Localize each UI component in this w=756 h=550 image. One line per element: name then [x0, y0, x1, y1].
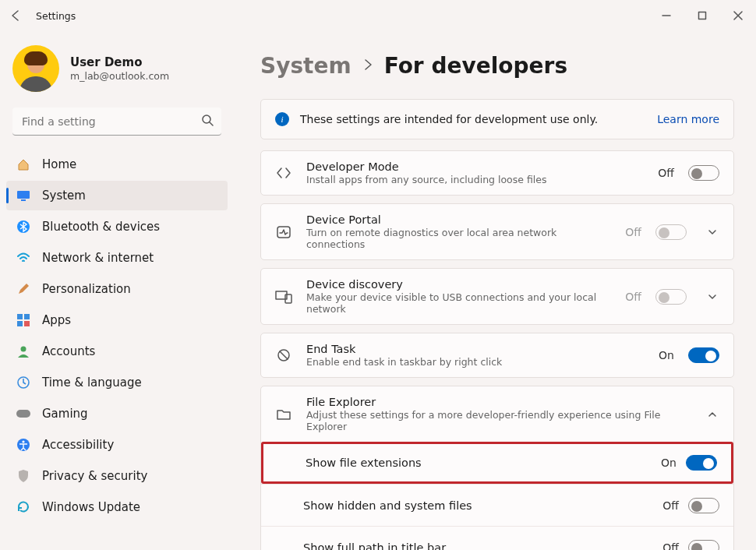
svg-rect-11	[16, 410, 30, 418]
heartbeat-icon	[275, 224, 292, 240]
setting-developer-mode[interactable]: Developer Mode Install apps from any sou…	[260, 150, 734, 196]
svg-point-13	[22, 440, 24, 442]
sidebar: User Demo m_lab@outlook.com Home System …	[0, 31, 234, 550]
setting-title: Developer Mode	[306, 160, 644, 173]
banner-message: These settings are intended for developm…	[300, 113, 598, 125]
setting-subtitle: Turn on remote diagnostics over local ar…	[306, 227, 611, 250]
nav-item-label: Personalization	[42, 282, 131, 296]
bluetooth-icon	[16, 220, 31, 234]
setting-subtitle: Make your device visible to USB connecti…	[306, 291, 611, 315]
nav-item-privacy[interactable]: Privacy & security	[6, 461, 228, 491]
window-controls	[648, 0, 756, 31]
svg-rect-5	[17, 314, 23, 319]
nav-item-apps[interactable]: Apps	[6, 305, 228, 335]
file-explorer-header[interactable]: File Explorer Adjust these settings for …	[261, 386, 733, 442]
toggle-show-file-extensions[interactable]	[686, 455, 717, 471]
setting-show-full-path[interactable]: Show full path in title bar Off	[261, 526, 733, 550]
setting-end-task[interactable]: End Task Enable end task in taskbar by r…	[260, 333, 734, 378]
setting-title: Show full path in title bar	[303, 541, 662, 551]
toggle-device-discovery[interactable]	[655, 289, 687, 305]
minimize-icon	[662, 11, 671, 20]
toggle-state: On	[661, 457, 677, 469]
code-icon	[275, 165, 292, 181]
setting-title: End Task	[306, 343, 645, 355]
toggle-show-hidden-files[interactable]	[688, 498, 719, 513]
setting-show-hidden-files[interactable]: Show hidden and system files Off	[261, 484, 733, 526]
toggle-show-full-path[interactable]	[688, 540, 719, 551]
collapse-button[interactable]	[705, 409, 719, 420]
setting-title: File Explorer	[306, 396, 687, 408]
accessibility-icon	[16, 438, 31, 452]
expand-button[interactable]	[705, 291, 719, 302]
nav-item-label: Privacy & security	[42, 469, 147, 483]
search-input[interactable]	[12, 108, 221, 136]
search-box[interactable]	[12, 108, 221, 136]
nav-item-label: Network & internet	[42, 251, 154, 265]
learn-more-link[interactable]: Learn more	[657, 113, 719, 125]
title-bar: Settings	[0, 0, 756, 31]
chevron-down-icon	[707, 291, 718, 302]
nav-item-label: Gaming	[42, 407, 88, 421]
svg-rect-2	[17, 191, 30, 199]
minimize-button[interactable]	[648, 0, 684, 31]
chevron-up-icon	[707, 409, 718, 420]
svg-rect-8	[24, 321, 30, 326]
svg-rect-0	[699, 12, 706, 19]
wifi-icon	[16, 252, 31, 264]
svg-rect-3	[21, 199, 26, 201]
svg-point-9	[21, 347, 26, 352]
setting-title: Device discovery	[306, 278, 611, 291]
nav-item-bluetooth[interactable]: Bluetooth & devices	[6, 212, 228, 242]
nav-item-accessibility[interactable]: Accessibility	[6, 430, 228, 460]
close-icon	[733, 11, 743, 20]
nav-item-system[interactable]: System	[6, 181, 228, 210]
toggle-state: Off	[662, 541, 679, 551]
setting-device-portal[interactable]: Device Portal Turn on remote diagnostics…	[260, 203, 734, 260]
arrow-left-icon	[9, 9, 22, 22]
nav-item-windows-update[interactable]: Windows Update	[6, 492, 228, 522]
toggle-end-task[interactable]	[688, 347, 719, 363]
nav-item-time-language[interactable]: Time & language	[6, 368, 228, 397]
setting-file-explorer: File Explorer Adjust these settings for …	[260, 386, 734, 550]
toggle-state: Off	[662, 499, 679, 512]
breadcrumb-root[interactable]: System	[260, 53, 352, 79]
devices-icon	[275, 290, 292, 304]
setting-device-discovery[interactable]: Device discovery Make your device visibl…	[260, 268, 734, 325]
shield-icon	[16, 469, 31, 483]
breadcrumb: System For developers	[260, 31, 734, 99]
toggle-device-portal[interactable]	[655, 224, 687, 240]
nav-item-label: Apps	[42, 313, 71, 327]
chevron-down-icon	[707, 227, 718, 238]
nav-item-network[interactable]: Network & internet	[6, 243, 228, 273]
home-icon	[16, 157, 31, 171]
gamepad-icon	[16, 408, 31, 419]
window-title: Settings	[36, 10, 76, 22]
svg-rect-6	[24, 314, 30, 319]
toggle-state: Off	[625, 291, 641, 303]
profile-email: m_lab@outlook.com	[70, 70, 169, 82]
brush-icon	[16, 282, 31, 296]
nav-item-personalization[interactable]: Personalization	[6, 274, 228, 304]
breadcrumb-leaf: For developers	[384, 53, 567, 79]
setting-title: Show file extensions	[306, 457, 661, 469]
setting-show-file-extensions[interactable]: Show file extensions On	[261, 442, 733, 484]
toggle-state: Off	[625, 226, 641, 238]
nav-item-label: Bluetooth & devices	[42, 220, 160, 234]
info-icon	[275, 112, 289, 126]
search-icon	[201, 114, 214, 129]
nav-item-label: System	[42, 189, 86, 203]
setting-subtitle: Install apps from any source, including …	[306, 174, 644, 185]
toggle-developer-mode[interactable]	[688, 165, 719, 181]
nav-item-label: Accessibility	[42, 438, 114, 452]
svg-rect-7	[17, 321, 23, 326]
expand-button[interactable]	[705, 227, 719, 238]
nav-item-accounts[interactable]: Accounts	[6, 337, 228, 366]
profile-block[interactable]: User Demo m_lab@outlook.com	[6, 31, 228, 108]
close-button[interactable]	[720, 0, 756, 31]
block-icon	[275, 347, 292, 363]
maximize-button[interactable]	[684, 0, 720, 31]
nav-item-label: Windows Update	[42, 500, 140, 514]
nav-item-home[interactable]: Home	[6, 150, 228, 179]
back-button[interactable]	[0, 0, 31, 31]
nav-item-gaming[interactable]: Gaming	[6, 399, 228, 428]
